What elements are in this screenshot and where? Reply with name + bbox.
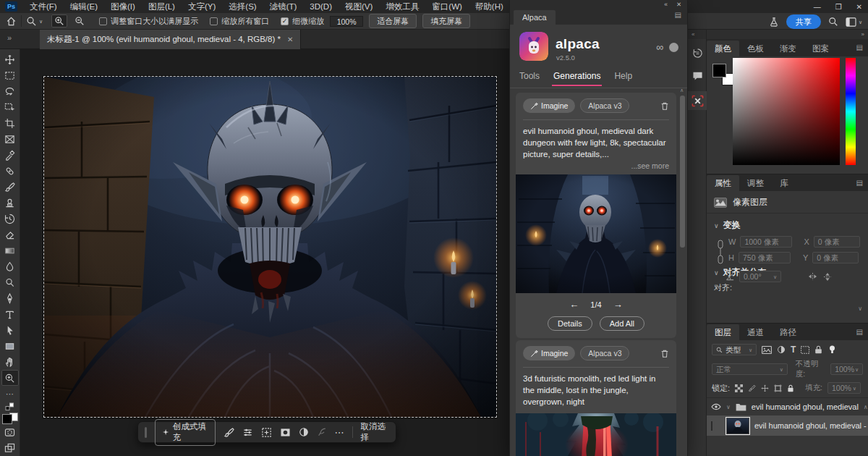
link-dimensions-icon[interactable]: [717, 239, 724, 265]
screen-mode-button[interactable]: [1, 440, 19, 456]
blend-mode-dropdown[interactable]: 正常 ∨: [712, 363, 788, 375]
frame-tool[interactable]: [1, 131, 19, 147]
tab-help[interactable]: Help: [614, 71, 632, 81]
visibility-eye-icon[interactable]: [711, 403, 721, 410]
model-chip[interactable]: Alpaca v3: [580, 98, 629, 113]
foreground-color-swatch[interactable]: [2, 414, 12, 424]
panel-scrollbar[interactable]: ∧: [679, 90, 686, 452]
layer-thumbnail[interactable]: [727, 418, 749, 434]
checkbox-scrubby-zoom[interactable]: ✓ 细微缩放: [281, 16, 324, 27]
visibility-toggle-empty[interactable]: [711, 421, 712, 431]
deselect-button[interactable]: 取消选择: [360, 421, 389, 443]
history-panel-icon[interactable]: [688, 43, 707, 62]
opacity-field[interactable]: 100% ∨: [830, 363, 863, 375]
tab-paths[interactable]: 路径: [772, 324, 804, 340]
add-all-button[interactable]: Add All: [600, 316, 644, 331]
clone-stamp-tool[interactable]: [1, 195, 19, 211]
menu-type[interactable]: 文字(Y): [182, 1, 222, 12]
workspace-switcher[interactable]: ∨: [846, 17, 862, 27]
path-selection-tool[interactable]: [1, 322, 19, 338]
tab-swatches[interactable]: 色板: [739, 41, 772, 56]
home-icon[interactable]: [6, 16, 17, 27]
eraser-tool[interactable]: [1, 227, 19, 242]
adjustment-circle-icon[interactable]: [299, 427, 309, 437]
generation-thumbnail[interactable]: [516, 174, 676, 293]
pen-tool[interactable]: [1, 290, 19, 306]
filter-adjustment-icon[interactable]: [777, 345, 786, 354]
tab-channels[interactable]: 通道: [739, 324, 772, 340]
type-tool[interactable]: [1, 306, 19, 322]
close-button[interactable]: ✕: [856, 3, 862, 11]
details-button[interactable]: Details: [548, 316, 592, 331]
menu-filter[interactable]: 滤镜(T): [263, 1, 304, 12]
move-tool[interactable]: [1, 51, 19, 67]
layer-group-row[interactable]: ∨ evil humanoid ghoul, medieval ∧: [707, 398, 868, 415]
lasso-tool[interactable]: [1, 83, 19, 99]
share-button[interactable]: 共享: [786, 14, 821, 29]
tab-adjustments[interactable]: 调整: [739, 175, 772, 191]
brush-icon[interactable]: [224, 427, 234, 438]
menu-view[interactable]: 视图(V): [339, 1, 379, 12]
filter-toggle[interactable]: [829, 345, 835, 354]
marquee-tool[interactable]: [1, 67, 19, 83]
tab-properties[interactable]: 属性: [707, 175, 739, 191]
scroll-up-icon[interactable]: ∧: [680, 88, 684, 93]
more-tools-icon[interactable]: ⋯: [1, 386, 19, 402]
panel-menu-icon[interactable]: ▤: [856, 328, 863, 336]
x-field[interactable]: 0 像素: [814, 236, 860, 248]
foreground-color-swatch[interactable]: [712, 64, 726, 77]
zoom-tool-icon[interactable]: ∨: [26, 16, 43, 27]
prev-icon[interactable]: ←: [569, 299, 579, 310]
menu-select[interactable]: 选择(S): [222, 1, 263, 12]
model-chip[interactable]: Alpaca v3: [580, 346, 629, 360]
imagine-chip[interactable]: Imagine: [523, 98, 575, 113]
angle-field[interactable]: 0.00° ∨: [739, 271, 781, 282]
healing-brush-tool[interactable]: [1, 163, 19, 179]
restore-button[interactable]: ❐: [835, 3, 842, 11]
swap-colors-icon[interactable]: [1, 402, 19, 412]
quick-mask-button[interactable]: [1, 424, 19, 440]
menu-help[interactable]: 帮助(H): [469, 1, 510, 12]
fill-field[interactable]: 100% ∨: [827, 382, 861, 394]
filter-shape-icon[interactable]: [801, 346, 809, 354]
tab-patterns[interactable]: 图案: [804, 41, 837, 56]
tab-gradients[interactable]: 渐变: [772, 41, 804, 56]
panel-drag-strip[interactable]: « ✕: [510, 0, 687, 9]
search-icon[interactable]: [828, 17, 838, 27]
menu-plugins[interactable]: 增效工具: [379, 1, 425, 12]
document-tab[interactable]: 未标题-1 @ 100% (evil humanoid ghoul, medie…: [40, 30, 301, 49]
eyedropper-tool[interactable]: [1, 147, 19, 163]
generative-fill-button[interactable]: 创成式填充: [155, 419, 216, 446]
dodge-tool[interactable]: [1, 274, 19, 290]
menu-edit[interactable]: 编辑(E): [64, 1, 104, 12]
zoom-tool[interactable]: [1, 370, 19, 386]
filter-smart-object-icon[interactable]: [814, 345, 822, 354]
history-brush-tool[interactable]: [1, 211, 19, 227]
menu-file[interactable]: 文件(F): [23, 1, 64, 12]
panel-expander-icon[interactable]: »: [7, 33, 12, 42]
blur-tool[interactable]: [1, 258, 19, 274]
tab-libraries[interactable]: 库: [772, 175, 796, 191]
panel-menu-icon[interactable]: ▤: [856, 179, 863, 187]
filter-type-text-icon[interactable]: T: [791, 345, 796, 355]
lock-position-icon[interactable]: [761, 384, 769, 392]
lock-all-icon[interactable]: [787, 384, 794, 392]
close-tab-icon[interactable]: ✕: [287, 35, 293, 43]
y-field[interactable]: 0 像素: [812, 252, 859, 263]
canvas-image[interactable]: [43, 76, 497, 418]
mask-icon[interactable]: [280, 428, 291, 437]
width-field[interactable]: 1000 像素: [740, 236, 792, 248]
tab-layers[interactable]: 图层: [707, 324, 739, 340]
trash-icon[interactable]: [660, 349, 669, 358]
layer-row-selected[interactable]: evil humanoid ghoul, medieval - 4: [707, 415, 868, 436]
more-options-icon[interactable]: ⋯: [335, 428, 344, 437]
group-expand-icon[interactable]: ∨: [726, 404, 731, 410]
menu-window[interactable]: 窗口(W): [425, 1, 469, 12]
hue-slider[interactable]: [846, 58, 856, 165]
lock-transparency-icon[interactable]: [735, 384, 743, 392]
drag-handle[interactable]: [145, 427, 147, 438]
flip-horizontal-icon[interactable]: [807, 272, 818, 281]
see-more-link[interactable]: ...see more: [516, 160, 676, 174]
crop-tool[interactable]: [1, 115, 19, 131]
adjustments-icon[interactable]: [242, 427, 253, 438]
